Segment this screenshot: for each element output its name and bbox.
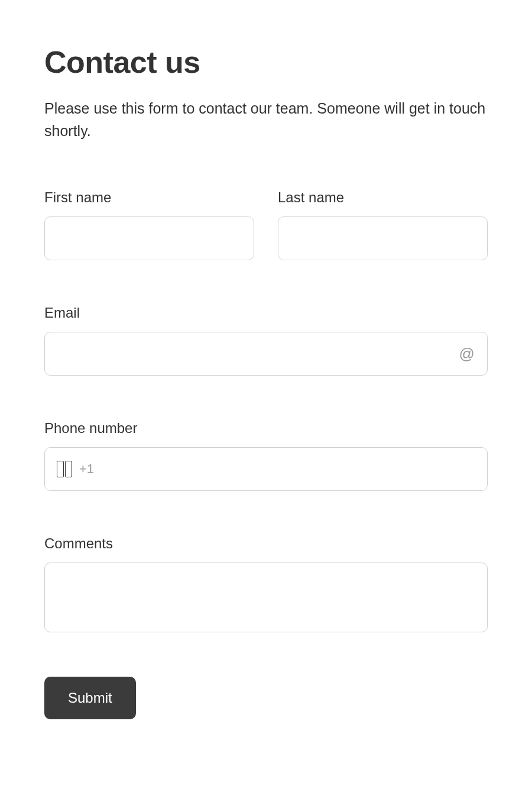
- first-name-group: First name: [44, 189, 254, 260]
- phone-prefix: +1: [79, 461, 94, 477]
- last-name-label: Last name: [278, 189, 488, 206]
- last-name-group: Last name: [278, 189, 488, 260]
- first-name-input[interactable]: [44, 216, 254, 260]
- submit-button[interactable]: Submit: [44, 677, 136, 719]
- flag-icon: [57, 461, 73, 477]
- first-name-label: First name: [44, 189, 254, 206]
- comments-group: Comments: [44, 535, 488, 632]
- comments-label: Comments: [44, 535, 488, 552]
- contact-form: First name Last name Email @ Phone numbe…: [44, 189, 488, 719]
- last-name-input[interactable]: [278, 216, 488, 260]
- page-description: Please use this form to contact our team…: [44, 98, 488, 142]
- comments-input[interactable]: [44, 563, 488, 632]
- phone-input-wrapper[interactable]: +1: [44, 447, 488, 491]
- email-input[interactable]: [44, 332, 488, 376]
- phone-input[interactable]: [99, 448, 475, 490]
- page-title: Contact us: [44, 44, 488, 80]
- phone-label: Phone number: [44, 420, 488, 437]
- email-label: Email: [44, 305, 488, 321]
- email-group: Email @: [44, 305, 488, 376]
- phone-group: Phone number +1: [44, 420, 488, 491]
